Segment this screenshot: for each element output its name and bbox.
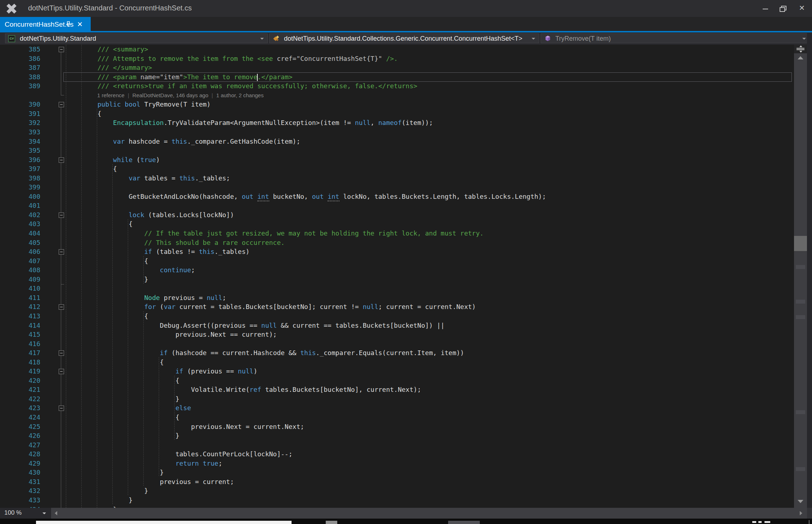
scrollbar-mark bbox=[796, 467, 805, 471]
zoom-dropdown-icon[interactable] bbox=[42, 512, 46, 514]
code-line-388[interactable]: /// <param name="item">The item to remov… bbox=[66, 72, 293, 82]
scroll-right-icon[interactable] bbox=[800, 511, 802, 515]
member-dropdown[interactable]: TryRemove(T item) bbox=[541, 33, 810, 43]
fold-collapse-button[interactable] bbox=[59, 249, 64, 255]
line-number: 419 bbox=[14, 367, 40, 376]
fold-collapse-button[interactable] bbox=[59, 406, 64, 411]
scrollbar-mark bbox=[796, 265, 805, 269]
scroll-down-icon[interactable] bbox=[798, 500, 803, 503]
code-line-430[interactable]: } bbox=[66, 468, 164, 477]
code-line-411[interactable]: Node previous = null; bbox=[66, 293, 226, 303]
fold-collapse-button[interactable] bbox=[59, 47, 64, 52]
line-number: 392 bbox=[14, 118, 40, 127]
type-dropdown[interactable]: dotNetTips.Utility.Standard.Collections.… bbox=[269, 33, 539, 43]
line-number: 409 bbox=[14, 275, 40, 284]
tab-concurrenthashset[interactable]: ConcurrentHashSet.cs ✕ bbox=[0, 17, 91, 32]
code-line-394[interactable]: var hashcode = this._comparer.GetHashCod… bbox=[66, 137, 300, 146]
code-line-423[interactable]: else bbox=[66, 403, 191, 413]
code-line-431[interactable]: previous = current; bbox=[66, 477, 234, 487]
splitter-down-arrow-icon bbox=[799, 51, 802, 53]
code-line-432[interactable]: } bbox=[66, 486, 148, 496]
line-number: 434 bbox=[14, 505, 40, 508]
code-line-419[interactable]: if (previous == null) bbox=[66, 367, 257, 376]
line-number: 386 bbox=[14, 54, 40, 63]
chevron-down-icon bbox=[260, 38, 264, 40]
visual-studio-logo-icon bbox=[6, 3, 17, 14]
vertical-scrollbar[interactable] bbox=[794, 53, 807, 508]
code-line-390[interactable]: public bool TryRemove(T item) bbox=[66, 100, 211, 109]
fold-collapse-button[interactable] bbox=[59, 350, 64, 356]
member-dropdown-value: TryRemove(T item) bbox=[555, 35, 611, 42]
fold-collapse-button[interactable] bbox=[59, 369, 64, 374]
code-line-424[interactable]: { bbox=[66, 413, 179, 422]
line-number: 432 bbox=[14, 486, 40, 496]
code-line-404[interactable]: // If the table just got resized, we may… bbox=[66, 229, 484, 238]
code-line-400[interactable]: GetBucketAndLockNo(hashcode, out int buc… bbox=[66, 192, 546, 201]
code-line-413[interactable]: { bbox=[66, 312, 148, 321]
type-dropdown-value: dotNetTips.Utility.Standard.Collections.… bbox=[284, 35, 522, 42]
code-line-407[interactable]: { bbox=[66, 256, 148, 266]
code-line-422[interactable]: } bbox=[66, 394, 179, 404]
code-line-415[interactable]: previous.Next == current); bbox=[66, 330, 277, 339]
code-line-391[interactable]: { bbox=[66, 109, 102, 118]
code-line-433[interactable]: } bbox=[66, 496, 132, 505]
pin-icon[interactable] bbox=[66, 21, 71, 28]
line-number: 414 bbox=[14, 321, 40, 330]
scroll-up-icon[interactable] bbox=[798, 56, 803, 59]
taskbar-fragment bbox=[448, 521, 480, 524]
code-line-389[interactable]: /// <returns>true if an item was removed… bbox=[66, 81, 417, 91]
codelens-info[interactable]: 1 reference|RealDotNetDave, 146 days ago… bbox=[97, 91, 263, 100]
code-line-405[interactable]: // This should be a rare occurrence. bbox=[66, 238, 285, 247]
title-bar: dotNetTips.Utility.Standard - Concurrent… bbox=[0, 0, 812, 17]
zoom-control[interactable]: 100 % bbox=[0, 508, 51, 519]
close-button[interactable]: ✕ bbox=[794, 0, 810, 16]
fold-collapse-button[interactable] bbox=[59, 102, 64, 107]
class-icon bbox=[273, 36, 280, 42]
window-title: dotNetTips.Utility.Standard - Concurrent… bbox=[28, 4, 192, 12]
code-line-421[interactable]: Volatile.Write(ref tables.Buckets[bucket… bbox=[66, 385, 421, 394]
code-line-396[interactable]: while (true) bbox=[66, 155, 160, 165]
line-number: 415 bbox=[14, 330, 40, 339]
code-line-406[interactable]: if (tables != this._tables) bbox=[66, 247, 249, 256]
restore-button[interactable] bbox=[775, 0, 791, 16]
code-line-402[interactable]: lock (tables.Locks[lockNo]) bbox=[66, 210, 234, 220]
fold-collapse-button[interactable] bbox=[59, 304, 64, 310]
project-dropdown[interactable]: C# dotNetTips.Utility.Standard bbox=[5, 33, 268, 43]
code-line-428[interactable]: tables.CountPerLock[lockNo]--; bbox=[66, 449, 293, 459]
code-line-392[interactable]: Encapsulation.TryValidateParam<ArgumentN… bbox=[66, 118, 433, 127]
code-line-403[interactable]: { bbox=[66, 219, 132, 229]
line-number: 413 bbox=[14, 312, 40, 321]
line-number: 394 bbox=[14, 137, 40, 146]
code-line-397[interactable]: { bbox=[66, 164, 117, 174]
code-line-385[interactable]: /// <summary> bbox=[66, 45, 148, 54]
code-line-434[interactable]: } bbox=[66, 505, 117, 508]
fold-collapse-button[interactable] bbox=[59, 212, 64, 218]
code-line-429[interactable]: return true; bbox=[66, 459, 222, 468]
csharp-project-icon: C# bbox=[8, 35, 15, 42]
code-line-386[interactable]: /// Attempts to remove the item from the… bbox=[66, 54, 398, 63]
code-line-409[interactable]: } bbox=[66, 275, 148, 284]
line-number: 403 bbox=[14, 219, 40, 229]
code-line-420[interactable]: { bbox=[66, 376, 179, 385]
fold-collapse-button[interactable] bbox=[59, 157, 64, 163]
line-number: 421 bbox=[14, 385, 40, 394]
tab-close-icon[interactable]: ✕ bbox=[77, 20, 83, 28]
minimize-icon bbox=[763, 9, 768, 9]
vertical-scrollbar-thumb[interactable] bbox=[794, 236, 807, 251]
code-editor[interactable]: 385 /// <summary>386 /// Attempts to rem… bbox=[0, 45, 794, 508]
code-line-398[interactable]: var tables = this._tables; bbox=[66, 174, 230, 183]
code-line-417[interactable]: if (hashcode == current.Hashcode && this… bbox=[66, 348, 464, 358]
code-line-414[interactable]: Debug.Assert((previous == null && curren… bbox=[66, 321, 445, 330]
code-line-387[interactable]: /// </summary> bbox=[66, 63, 152, 72]
line-number: 404 bbox=[14, 229, 40, 238]
code-line-408[interactable]: continue; bbox=[66, 265, 195, 275]
minimize-button[interactable] bbox=[757, 0, 773, 16]
code-line-412[interactable]: for (var current = tables.Buckets[bucket… bbox=[66, 302, 476, 312]
editor-splitter-handle[interactable] bbox=[794, 45, 807, 53]
navigation-bar: C# dotNetTips.Utility.Standard dotNetTip… bbox=[0, 32, 812, 45]
line-number: 385 bbox=[14, 45, 40, 54]
code-line-426[interactable]: } bbox=[66, 431, 179, 440]
scroll-left-icon[interactable] bbox=[55, 511, 57, 515]
code-line-425[interactable]: previous.Next = current.Next; bbox=[66, 422, 304, 431]
code-line-418[interactable]: { bbox=[66, 358, 164, 367]
